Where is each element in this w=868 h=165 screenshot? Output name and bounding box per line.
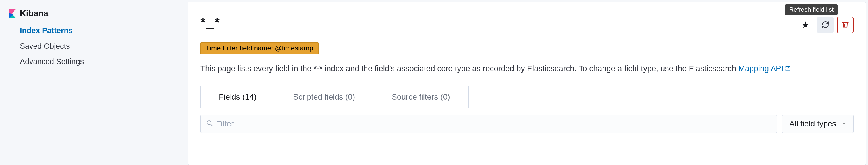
badge-row: Time Filter field name: @timestamp xyxy=(200,42,854,54)
svg-point-0 xyxy=(207,121,211,125)
pattern-description: This page lists every field in the *-* i… xyxy=(200,63,854,75)
external-link-icon xyxy=(785,63,791,75)
filter-input-container[interactable] xyxy=(200,115,777,133)
set-default-button[interactable] xyxy=(797,17,814,33)
filter-input[interactable] xyxy=(216,119,771,128)
tab-scripted-fields[interactable]: Scripted fields (0) xyxy=(275,86,373,108)
index-pattern-title: *_* xyxy=(200,14,220,30)
sidebar: Kibana Index Patterns Saved Objects Adva… xyxy=(0,0,188,165)
sidebar-header: Kibana xyxy=(8,8,174,18)
tab-fields[interactable]: Fields (14) xyxy=(200,86,275,108)
main-panel: *_* Refresh field list xyxy=(188,2,866,165)
header-row: *_* Refresh field list xyxy=(200,14,854,33)
trash-icon xyxy=(841,21,849,30)
search-icon xyxy=(206,120,213,128)
star-icon xyxy=(802,21,809,30)
sidebar-item-index-patterns[interactable]: Index Patterns xyxy=(20,25,174,37)
time-filter-badge: Time Filter field name: @timestamp xyxy=(200,42,319,54)
description-prefix: This page lists every field in the xyxy=(200,64,313,73)
refresh-icon xyxy=(822,21,829,30)
sidebar-item-advanced-settings[interactable]: Advanced Settings xyxy=(20,56,174,68)
sidebar-item-saved-objects[interactable]: Saved Objects xyxy=(20,41,174,52)
field-type-select-label: All field types xyxy=(789,119,836,128)
sidebar-nav: Index Patterns Saved Objects Advanced Se… xyxy=(8,25,174,68)
refresh-tooltip: Refresh field list xyxy=(785,4,838,15)
mapping-api-link[interactable]: Mapping API xyxy=(738,64,791,73)
caret-down-icon xyxy=(841,119,846,128)
app-name: Kibana xyxy=(20,8,48,18)
delete-button[interactable] xyxy=(837,17,854,33)
kibana-logo-icon xyxy=(8,9,17,18)
description-pattern: *-* xyxy=(313,64,322,73)
mapping-api-link-text: Mapping API xyxy=(738,64,783,73)
refresh-button[interactable] xyxy=(817,17,834,33)
tabs: Fields (14) Scripted fields (0) Source f… xyxy=(200,86,469,108)
filter-row: All field types xyxy=(200,115,854,133)
description-middle: index and the field's associated core ty… xyxy=(322,64,738,73)
tab-source-filters[interactable]: Source filters (0) xyxy=(373,86,468,108)
header-actions: Refresh field list xyxy=(797,14,854,33)
field-type-select[interactable]: All field types xyxy=(782,115,854,133)
